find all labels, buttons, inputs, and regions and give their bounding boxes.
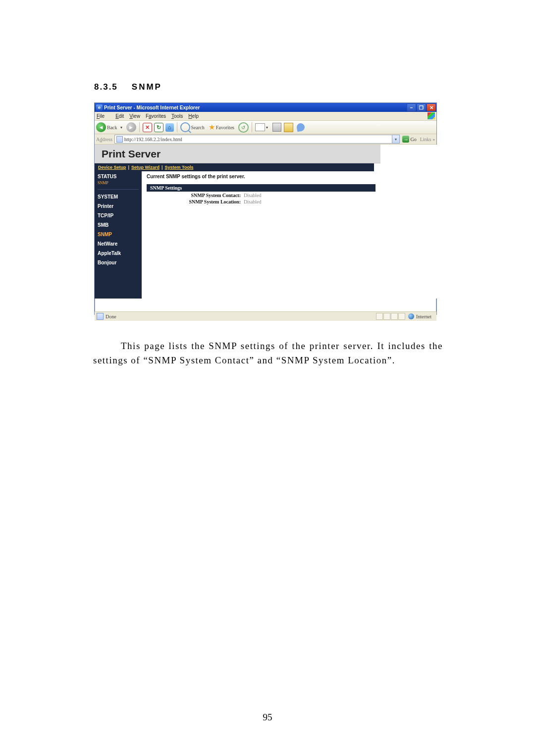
stop-button[interactable]: ✕ bbox=[143, 123, 152, 132]
sidebar-item-snmp[interactable]: SNMP bbox=[95, 230, 142, 239]
setting-key: SNMP System Location: bbox=[161, 199, 241, 204]
page-number: 95 bbox=[0, 712, 535, 723]
toolbar-separator bbox=[252, 122, 252, 132]
menu-help[interactable]: Help bbox=[188, 113, 199, 119]
menu-file[interactable]: File bbox=[97, 113, 110, 119]
browser-window: e Print Server - Microsoft Internet Expl… bbox=[94, 102, 437, 315]
sidebar-divider bbox=[98, 189, 139, 190]
sidebar-item-printer[interactable]: Printer bbox=[95, 202, 142, 211]
address-input[interactable]: http://192.168.2.2/index.html bbox=[114, 135, 393, 144]
menubar: File Edit View Favorites Tools Help bbox=[95, 112, 436, 121]
setting-row-location: SNMP System Location: Disabled bbox=[147, 198, 375, 204]
mail-chevron-icon[interactable]: ▾ bbox=[266, 125, 268, 130]
toolbar: ◄ Back ▾ ► ✕ ↻ ⌂ Search ★ Favorites ↺ ▾ bbox=[95, 121, 436, 134]
address-label: Address bbox=[96, 137, 112, 142]
zone-text: Internet bbox=[416, 314, 431, 319]
favorites-label[interactable]: Favorites bbox=[216, 125, 234, 130]
address-url: http://192.168.2.2/index.html bbox=[124, 137, 182, 142]
tab-nav: Device Setup | Setup Wizard | System Too… bbox=[95, 163, 374, 171]
titlebar: e Print Server - Microsoft Internet Expl… bbox=[95, 103, 436, 112]
menu-tools[interactable]: Tools bbox=[171, 113, 183, 119]
statusbar: Done Internet bbox=[95, 311, 436, 321]
menu-favorites[interactable]: Favorites bbox=[146, 113, 166, 119]
address-dropdown[interactable]: ▾ bbox=[392, 135, 400, 144]
back-button[interactable]: ◄ bbox=[96, 122, 106, 132]
menu-edit[interactable]: Edit bbox=[115, 113, 124, 119]
setting-row-contact: SNMP System Contact: Disabled bbox=[147, 192, 375, 198]
page-icon bbox=[97, 313, 104, 320]
go-button[interactable]: → Go bbox=[402, 136, 416, 143]
page-content: Print Server Device Setup | Setup Wizard… bbox=[95, 145, 436, 311]
search-label[interactable]: Search bbox=[191, 125, 205, 130]
links-chevron-icon[interactable]: » bbox=[433, 137, 435, 142]
minimize-button[interactable]: – bbox=[407, 103, 416, 111]
setting-value: Disabled bbox=[244, 199, 262, 204]
menu-view[interactable]: View bbox=[129, 113, 140, 119]
settings-header: SNMP Settings bbox=[147, 184, 375, 192]
home-button[interactable]: ⌂ bbox=[165, 123, 174, 132]
sidebar-item-appletalk[interactable]: AppleTalk bbox=[95, 249, 142, 258]
close-button[interactable]: ✕ bbox=[427, 103, 436, 111]
ie-icon: e bbox=[96, 104, 103, 111]
section-heading: 8.3.5SNMP bbox=[94, 82, 162, 92]
status-cells bbox=[376, 313, 405, 320]
windows-flag-icon bbox=[428, 112, 435, 119]
sidebar-item-tcpip[interactable]: TCP/IP bbox=[95, 211, 142, 220]
section-title: SNMP bbox=[132, 82, 162, 92]
status-text: Done bbox=[106, 314, 116, 319]
tab-system-tools[interactable]: System Tools bbox=[165, 165, 194, 170]
favorites-icon[interactable]: ★ bbox=[209, 123, 215, 132]
search-icon[interactable] bbox=[180, 122, 190, 132]
page-icon bbox=[116, 136, 123, 143]
sidebar: STATUS SNMP SYSTEM Printer TCP/IP SMB SN… bbox=[95, 171, 142, 299]
sidebar-item-bonjour[interactable]: Bonjour bbox=[95, 258, 142, 267]
sidebar-item-netware[interactable]: NetWare bbox=[95, 239, 142, 249]
addressbar: Address http://192.168.2.2/index.html ▾ … bbox=[95, 134, 436, 145]
sidebar-item-smb[interactable]: SMB bbox=[95, 220, 142, 230]
setting-key: SNMP System Contact: bbox=[161, 193, 241, 198]
toolbar-separator bbox=[139, 122, 140, 132]
messenger-button[interactable] bbox=[296, 122, 306, 132]
print-button[interactable] bbox=[272, 122, 282, 132]
sidebar-item-system[interactable]: SYSTEM bbox=[95, 192, 142, 202]
forward-button[interactable]: ► bbox=[126, 122, 136, 132]
sidebar-status[interactable]: STATUS bbox=[95, 172, 142, 181]
internet-zone-icon bbox=[408, 313, 414, 319]
body-paragraph: This page lists the SNMP settings of the… bbox=[93, 339, 443, 368]
sidebar-status-sub: SNMP bbox=[95, 181, 142, 188]
go-icon: → bbox=[402, 136, 409, 143]
refresh-button[interactable]: ↻ bbox=[154, 123, 163, 132]
maximize-button[interactable]: ❐ bbox=[417, 103, 426, 111]
window-title: Print Server - Microsoft Internet Explor… bbox=[104, 105, 406, 110]
back-chevron-icon[interactable]: ▾ bbox=[120, 125, 122, 130]
main-panel: Current SNMP settings of the print serve… bbox=[142, 171, 380, 299]
tab-setup-wizard[interactable]: Setup Wizard bbox=[131, 165, 160, 170]
mail-button[interactable] bbox=[255, 122, 265, 132]
banner-title: Print Server bbox=[102, 148, 160, 160]
section-number: 8.3.5 bbox=[94, 82, 118, 92]
setting-value: Disabled bbox=[244, 193, 262, 198]
panel-description: Current SNMP settings of the print serve… bbox=[147, 174, 375, 179]
page-banner: Print Server bbox=[95, 145, 380, 163]
tab-device-setup[interactable]: Device Setup bbox=[98, 165, 126, 170]
back-label: Back bbox=[107, 125, 117, 130]
edit-button[interactable] bbox=[284, 122, 294, 132]
links-label[interactable]: Links bbox=[420, 137, 431, 142]
toolbar-separator bbox=[177, 122, 177, 132]
history-button[interactable]: ↺ bbox=[238, 122, 249, 133]
